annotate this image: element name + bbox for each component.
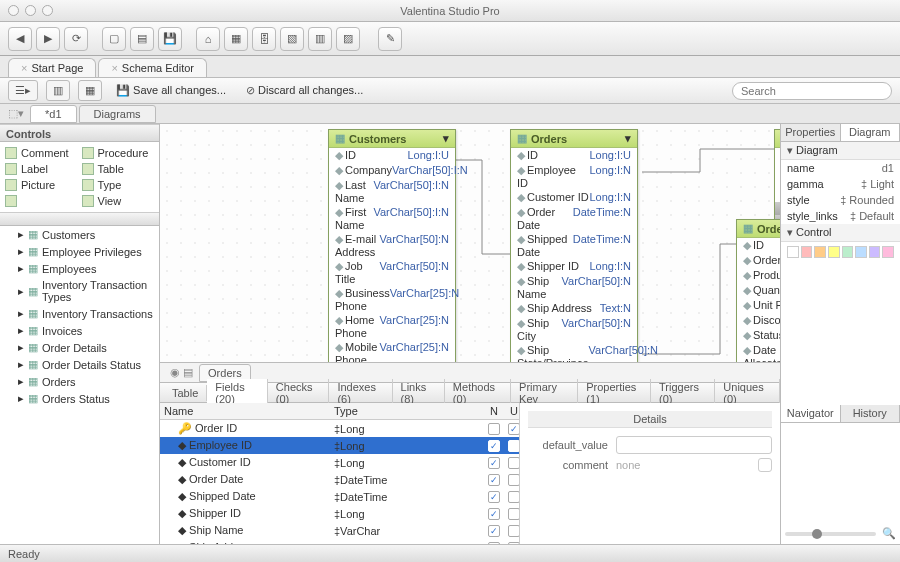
- report-icon[interactable]: ▨: [336, 27, 360, 51]
- table-item[interactable]: ▸ ▦ Orders Status: [0, 390, 159, 407]
- document-tabs: ×Start Page ×Schema Editor: [0, 56, 900, 78]
- main-toolbar: ◀ ▶ ⟳ ▢ ▤ 💾 ⌂ ▦ 🗄 ▧ ▥ ▨ ✎: [0, 22, 900, 56]
- field-row[interactable]: 🔑 Order ID‡Long✓✓: [160, 420, 519, 437]
- new-icon[interactable]: ▢: [102, 27, 126, 51]
- control-item[interactable]: [4, 194, 79, 208]
- table-item[interactable]: ▸ ▦ Inventory Transaction Types: [0, 277, 159, 305]
- property-tabs: TableFields (20)Checks (0)Indexes (6)Lin…: [160, 383, 780, 403]
- controls-header: Controls: [0, 124, 159, 142]
- control-item[interactable]: Procedure: [81, 146, 156, 160]
- color-swatches[interactable]: [781, 242, 900, 262]
- table-item[interactable]: ▸ ▦ Employees: [0, 260, 159, 277]
- home-icon[interactable]: ⌂: [196, 27, 220, 51]
- tab-start-page[interactable]: ×Start Page: [8, 58, 96, 77]
- field-row[interactable]: ◆ Order Date‡DateTime✓: [160, 471, 519, 488]
- window-title: Valentina Studio Pro: [0, 5, 900, 17]
- tab-diagrams[interactable]: Diagrams: [79, 105, 156, 123]
- discard-all-button[interactable]: ⊘ Discard all changes...: [240, 81, 369, 100]
- servers-icon[interactable]: ▦: [224, 27, 248, 51]
- fields-grid[interactable]: NameType NUI 🔑 Order ID‡Long✓✓◆ Employee…: [160, 403, 520, 544]
- inner-tabs: ⬚▾ *d1 Diagrams: [0, 104, 900, 124]
- prop-tab[interactable]: Table: [164, 385, 207, 401]
- field-row[interactable]: ◆ Employee ID‡Long✓✓: [160, 437, 519, 454]
- tab-schema-editor[interactable]: ×Schema Editor: [98, 58, 207, 77]
- diagram-canvas[interactable]: ▦Customers▾◆IDLong:I:U◆CompanyVarChar[50…: [160, 124, 780, 362]
- table-item[interactable]: ▸ ▦ Invoices: [0, 322, 159, 339]
- close-icon[interactable]: ×: [111, 62, 117, 74]
- control-item[interactable]: Type: [81, 178, 156, 192]
- control-item[interactable]: Picture: [4, 178, 79, 192]
- details-panel: Details default_value commentnone: [520, 403, 780, 544]
- control-item[interactable]: Table: [81, 162, 156, 176]
- diagram-prop[interactable]: style‡ Rounded: [781, 192, 900, 208]
- view-column-button[interactable]: ▥: [46, 80, 70, 101]
- field-row[interactable]: ◆ Customer ID‡Long✓✓: [160, 454, 519, 471]
- entity-orders-status[interactable]: ▦Orders Status▾◆Status IDShort:I:U◆Statu…: [774, 129, 780, 229]
- bottom-panel: ◉ ▤ Orders TableFields (20)Checks (0)Ind…: [160, 362, 780, 544]
- back-button[interactable]: ◀: [8, 27, 32, 51]
- brush-icon[interactable]: ✎: [378, 27, 402, 51]
- forms-icon[interactable]: ▥: [308, 27, 332, 51]
- fields-header: NameType NUI: [160, 403, 519, 420]
- table-item[interactable]: ▸ ▦ Orders: [0, 373, 159, 390]
- save-icon[interactable]: 💾: [158, 27, 182, 51]
- section-control[interactable]: ▾ Control: [781, 224, 900, 242]
- field-row[interactable]: ◆ Shipper ID‡Long✓✓: [160, 505, 519, 522]
- field-row[interactable]: ◆ Ship Name‡VarChar✓: [160, 522, 519, 539]
- entity-customers[interactable]: ▦Customers▾◆IDLong:I:U◆CompanyVarChar[50…: [328, 129, 456, 362]
- left-sidebar: Controls CommentProcedureLabelTablePictu…: [0, 124, 160, 544]
- control-item[interactable]: Label: [4, 162, 79, 176]
- relationship-lines: [160, 124, 780, 362]
- section-diagram[interactable]: ▾ Diagram: [781, 142, 900, 160]
- table-item[interactable]: ▸ ▦ Employee Privileges: [0, 243, 159, 260]
- db-icon[interactable]: 🗄: [252, 27, 276, 51]
- table-item[interactable]: ▸ ▦ Customers: [0, 226, 159, 243]
- table-item[interactable]: ▸ ▦ Order Details Status: [0, 356, 159, 373]
- titlebar: Valentina Studio Pro: [0, 0, 900, 22]
- close-icon[interactable]: ×: [21, 62, 27, 74]
- control-item[interactable]: Comment: [4, 146, 79, 160]
- tab-diagram[interactable]: Diagram: [841, 124, 901, 141]
- details-header: Details: [528, 411, 772, 428]
- comment-expand-button[interactable]: [758, 458, 772, 472]
- search-input[interactable]: [732, 82, 892, 100]
- right-sidebar: Properties Diagram ▾ Diagram named1gamma…: [780, 124, 900, 544]
- right-tabs: Properties Diagram: [781, 124, 900, 142]
- entity-orders[interactable]: ▦Orders▾◆IDLong:I:U◆Employee IDLong:I:N◆…: [510, 129, 638, 362]
- view-tree-button[interactable]: ☰▸: [8, 80, 38, 101]
- sub-toolbar: ☰▸ ▥ ▦ 💾 Save all changes... ⊘ Discard a…: [0, 78, 900, 104]
- sql-icon[interactable]: ▧: [280, 27, 304, 51]
- view-grid-button[interactable]: ▦: [78, 80, 102, 101]
- tables-list[interactable]: ▸ ▦ Customers▸ ▦ Employee Privileges▸ ▦ …: [0, 226, 159, 544]
- field-row[interactable]: ◆ Shipped Date‡DateTime✓: [160, 488, 519, 505]
- tab-d1[interactable]: *d1: [30, 105, 77, 123]
- controls-palette: CommentProcedureLabelTablePictureTypeVie…: [0, 142, 159, 212]
- diagram-prop[interactable]: style_links‡ Default: [781, 208, 900, 224]
- diagram-prop[interactable]: gamma‡ Light: [781, 176, 900, 192]
- tab-history[interactable]: History: [841, 405, 901, 422]
- forward-button[interactable]: ▶: [36, 27, 60, 51]
- open-icon[interactable]: ▤: [130, 27, 154, 51]
- refresh-button[interactable]: ⟳: [64, 27, 88, 51]
- entity-order-details[interactable]: ▦Order Details▾◆IDLong:I:U◆Order IDLong:…: [736, 219, 780, 362]
- table-item[interactable]: ▸ ▦ Inventory Transactions: [0, 305, 159, 322]
- control-item[interactable]: View: [81, 194, 156, 208]
- tab-navigator[interactable]: Navigator: [781, 405, 841, 422]
- tab-properties[interactable]: Properties: [781, 124, 841, 141]
- diagram-prop[interactable]: named1: [781, 160, 900, 176]
- default-value-input[interactable]: [616, 436, 772, 454]
- status-bar: Ready: [0, 544, 900, 562]
- table-item[interactable]: ▸ ▦ Order Details: [0, 339, 159, 356]
- save-all-button[interactable]: 💾 Save all changes...: [110, 81, 232, 100]
